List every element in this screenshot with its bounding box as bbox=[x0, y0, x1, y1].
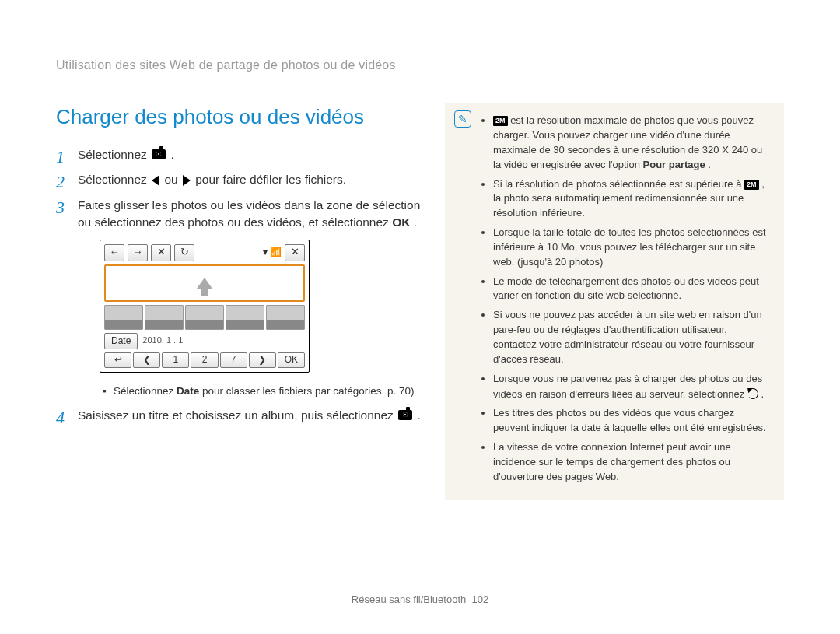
section-title: Charger des photos ou des vidéos bbox=[56, 103, 426, 132]
thumbnail-row bbox=[104, 305, 305, 330]
note-box: ✎ 2M est la résolution maximale de photo… bbox=[445, 103, 784, 499]
step-2-post: pour faire défiler les fichiers. bbox=[195, 173, 346, 186]
step-1-text: Sélectionnez bbox=[78, 148, 150, 161]
note-8: La vitesse de votre connexion Internet p… bbox=[493, 440, 772, 485]
step-3: Faites glisser les photos ou les vidéos … bbox=[56, 197, 426, 399]
thumb-2 bbox=[145, 305, 184, 330]
device-screen-illustration: ← → ✕ ↻ ▾ 📶 ✕ bbox=[100, 240, 310, 373]
thumb-1 bbox=[104, 305, 143, 330]
resolution-2m-icon: 2M bbox=[744, 180, 759, 190]
step-1: Sélectionnez . bbox=[56, 146, 426, 163]
pager-2: 2 bbox=[191, 352, 218, 368]
fwd-arrow-icon: → bbox=[128, 244, 148, 261]
note-1-pre: est la résolution maximale de photos que… bbox=[493, 114, 762, 170]
note-4: Le mode de téléchargement des photos ou … bbox=[493, 275, 772, 304]
pager-undo: ↩ bbox=[104, 352, 131, 368]
camera-icon bbox=[152, 149, 166, 159]
up-arrow-icon bbox=[197, 278, 212, 289]
pager-7: 7 bbox=[220, 352, 247, 368]
step-2-pre: Sélectionnez bbox=[78, 173, 150, 186]
refresh-icon: ↻ bbox=[174, 244, 194, 261]
screen-toolbar: ← → ✕ ↻ ▾ 📶 ✕ bbox=[104, 244, 305, 261]
pager-1: 1 bbox=[162, 352, 189, 368]
upload-dropzone bbox=[104, 264, 305, 302]
step-3-end: . bbox=[414, 215, 417, 229]
toolbar-close-icon: ✕ bbox=[285, 244, 305, 261]
note-3: Lorsque la taille totale de toutes les p… bbox=[493, 226, 772, 270]
date-row: Date 2010. 1 . 1 bbox=[104, 333, 305, 349]
note-2-pre: Si la résolution de photos sélectionnée … bbox=[493, 178, 744, 190]
date-value: 2010. 1 . 1 bbox=[142, 335, 183, 347]
back-arrow-icon: ← bbox=[104, 244, 124, 261]
note-1-bold: Pour partage bbox=[643, 159, 705, 170]
note-1: 2M est la résolution maximale de photos … bbox=[493, 114, 772, 172]
pager-row: ↩ ❮ 1 2 7 ❯ OK bbox=[104, 352, 305, 368]
note-list: 2M est la résolution maximale de photos … bbox=[481, 114, 772, 484]
step-4-text: Saisissez un titre et choisissez un albu… bbox=[78, 408, 397, 422]
close-icon: ✕ bbox=[151, 244, 171, 261]
retry-icon bbox=[747, 388, 758, 399]
step-1-end: . bbox=[170, 148, 173, 161]
footer-page-number: 102 bbox=[471, 594, 488, 605]
resolution-2m-icon: 2M bbox=[493, 116, 508, 126]
sub-bullet-pre: Sélectionnez bbox=[114, 385, 177, 397]
thumb-5 bbox=[266, 305, 305, 330]
camera-icon bbox=[398, 410, 412, 420]
step-2-mid: ou bbox=[164, 173, 181, 186]
step-2: Sélectionnez ou pour faire défiler les f… bbox=[56, 171, 426, 188]
note-6: Lorsque vous ne parvenez pas à charger d… bbox=[493, 372, 772, 402]
footer-label: Réseau sans fil/Bluetooth bbox=[352, 594, 466, 605]
left-column: Charger des photos ou des vidéos Sélecti… bbox=[56, 103, 426, 499]
note-1-end: . bbox=[708, 159, 711, 170]
pager-ok: OK bbox=[278, 352, 305, 368]
wifi-icon: ▾ 📶 bbox=[263, 246, 282, 259]
note-7: Les titres des photos ou des vidéos que … bbox=[493, 406, 772, 436]
chevron-left-icon bbox=[152, 175, 159, 186]
step-list: Sélectionnez . Sélectionnez ou pour fair… bbox=[56, 146, 426, 424]
step-3-text: Faites glisser les photos ou les vidéos … bbox=[78, 198, 420, 229]
note-6-pre: Lorsque vous ne parvenez pas à charger d… bbox=[493, 373, 762, 400]
step-4-end: . bbox=[417, 408, 420, 422]
note-2: Si la résolution de photos sélectionnée … bbox=[493, 177, 772, 222]
step-3-ok: OK bbox=[392, 215, 410, 229]
step-4: Saisissez un titre et choisissez un albu… bbox=[56, 407, 426, 424]
sub-bullet-bold: Date bbox=[177, 385, 199, 397]
page-footer: Réseau sans fil/Bluetooth 102 bbox=[0, 593, 840, 608]
two-column-layout: Charger des photos ou des vidéos Sélecti… bbox=[56, 103, 784, 499]
chevron-right-icon bbox=[183, 175, 191, 186]
right-column: ✎ 2M est la résolution maximale de photo… bbox=[445, 103, 784, 499]
thumb-3 bbox=[185, 305, 224, 330]
pager-prev: ❮ bbox=[133, 352, 160, 368]
sub-bullet-post: pour classer les fichiers par catégories… bbox=[202, 385, 414, 397]
date-category-button: Date bbox=[104, 333, 138, 349]
note-5: Si vous ne pouvez pas accéder à un site … bbox=[493, 308, 772, 366]
sub-bullet-date: Sélectionnez Date pour classer les fichi… bbox=[100, 384, 426, 399]
thumb-4 bbox=[226, 305, 264, 330]
running-head: Utilisation des sites Web de partage de … bbox=[56, 56, 784, 79]
pager-next: ❯ bbox=[249, 352, 276, 368]
note-6-end: . bbox=[761, 388, 765, 400]
note-info-icon: ✎ bbox=[454, 110, 471, 128]
manual-page: Utilisation des sites Web de partage de … bbox=[0, 0, 840, 500]
